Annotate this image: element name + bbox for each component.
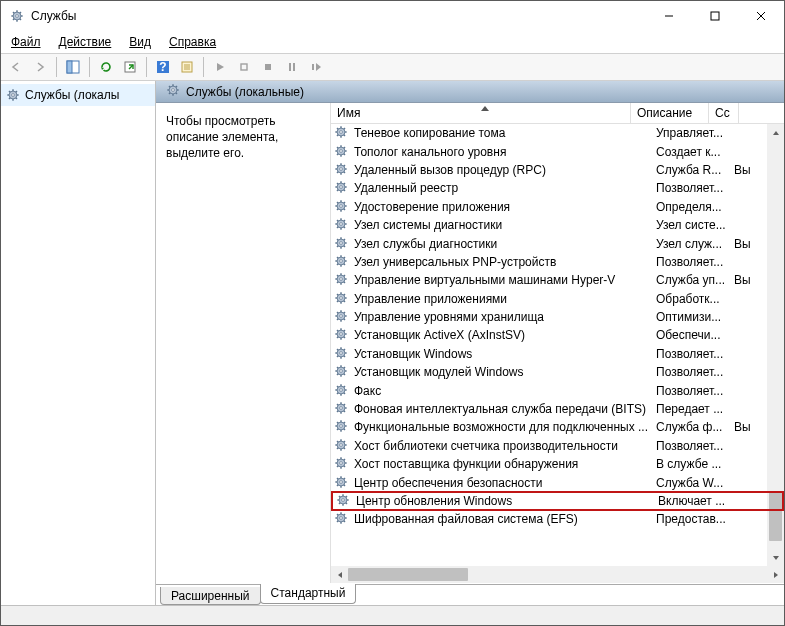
start-service-button[interactable]: [209, 56, 231, 78]
gear-icon: [334, 364, 350, 380]
window-title: Службы: [31, 9, 646, 23]
gear-icon: [334, 144, 350, 160]
gear-icon: [334, 236, 350, 252]
column-startup[interactable]: Сс: [709, 103, 739, 123]
window-frame: Службы Файл Действие Вид Справка ?: [0, 0, 785, 626]
menu-action[interactable]: Действие: [55, 33, 116, 51]
gear-icon: [334, 291, 350, 307]
service-description: Узел систе...: [650, 218, 728, 232]
stop-service-button[interactable]: [233, 56, 255, 78]
titlebar: Службы: [1, 1, 784, 31]
service-name: Установщик Windows: [354, 347, 650, 361]
service-description: Служба R...: [650, 163, 728, 177]
service-description: Обработк...: [650, 292, 728, 306]
menu-view[interactable]: Вид: [125, 33, 155, 51]
service-name: Управление уровнями хранилища: [354, 310, 650, 324]
right-pane: Службы (локальные) Чтобы просмотреть опи…: [156, 81, 784, 605]
service-row[interactable]: Фоновая интеллектуальная служба передачи…: [331, 400, 784, 418]
pause-service-button[interactable]: [281, 56, 303, 78]
service-description: Позволяет...: [650, 347, 728, 361]
service-row[interactable]: Центр обновления WindowsВключает ...: [331, 491, 784, 511]
service-row[interactable]: Хост библиотеки счетчика производительно…: [331, 437, 784, 455]
service-row[interactable]: Узел системы диагностикиУзел систе...: [331, 216, 784, 234]
service-row[interactable]: Теневое копирование томаУправляет...: [331, 124, 784, 142]
service-row[interactable]: Удаленный вызов процедур (RPC)Служба R..…: [331, 161, 784, 179]
service-row[interactable]: Установщик модулей WindowsПозволяет...: [331, 363, 784, 381]
service-startup: Вы: [728, 420, 758, 434]
app-icon: [9, 8, 25, 24]
svg-rect-24: [265, 64, 271, 70]
service-row[interactable]: ФаксПозволяет...: [331, 381, 784, 399]
service-description: Передает ...: [650, 402, 728, 416]
show-hide-tree-button[interactable]: [62, 56, 84, 78]
gear-icon: [334, 125, 350, 141]
column-description[interactable]: Описание: [631, 103, 709, 123]
service-row[interactable]: Узел службы диагностикиУзел служ...Вы: [331, 234, 784, 252]
service-row[interactable]: Центр обеспечения безопасностиСлужба W..…: [331, 473, 784, 491]
service-name: Шифрованная файловая система (EFS): [354, 512, 650, 526]
service-row[interactable]: Удостоверение приложенияОпределя...: [331, 198, 784, 216]
service-row[interactable]: Удаленный реестрПозволяет...: [331, 179, 784, 197]
service-description: Служба W...: [650, 476, 728, 490]
gear-icon: [334, 199, 350, 215]
service-description: Предостав...: [650, 512, 728, 526]
service-description: Позволяет...: [650, 365, 728, 379]
scroll-left-icon[interactable]: [331, 566, 348, 583]
service-description: Позволяет...: [650, 384, 728, 398]
scroll-up-icon[interactable]: [767, 124, 784, 141]
horizontal-scrollbar[interactable]: [331, 566, 784, 583]
service-row[interactable]: Шифрованная файловая система (EFS)Предос…: [331, 510, 784, 528]
service-row[interactable]: Тополог канального уровняСоздает к...: [331, 142, 784, 160]
sort-caret-icon: [481, 106, 489, 111]
panel-title-bar: Службы (локальные): [156, 81, 784, 103]
tree-root-services[interactable]: Службы (локалы: [1, 84, 155, 106]
back-button[interactable]: [5, 56, 27, 78]
svg-rect-27: [312, 64, 314, 70]
service-row[interactable]: Хост поставщика функции обнаруженияВ слу…: [331, 455, 784, 473]
column-name[interactable]: Имя: [331, 103, 631, 123]
gear-icon: [334, 401, 350, 417]
help-button[interactable]: ?: [152, 56, 174, 78]
service-row[interactable]: Управление уровнями хранилищаОптимизи...: [331, 308, 784, 326]
menubar: Файл Действие Вид Справка: [1, 31, 784, 53]
export-button[interactable]: [119, 56, 141, 78]
svg-rect-25: [289, 63, 291, 71]
scroll-thumb[interactable]: [348, 568, 468, 581]
service-row[interactable]: Функциональные возможности для подключен…: [331, 418, 784, 436]
main-area: Службы (локалы Службы (локальные) Чтобы …: [1, 81, 784, 605]
restart-service-button[interactable]: [305, 56, 327, 78]
menu-help[interactable]: Справка: [165, 33, 220, 51]
toolbar-sep: [89, 57, 90, 77]
service-name: Удостоверение приложения: [354, 200, 650, 214]
panel-title-text: Службы (локальные): [186, 85, 304, 99]
service-list: Имя Описание Сс Теневое копирование тома…: [331, 103, 784, 583]
menu-file[interactable]: Файл: [7, 33, 45, 51]
tab-extended[interactable]: Расширенный: [160, 587, 261, 605]
scroll-track[interactable]: [348, 566, 767, 583]
service-row[interactable]: Управление приложениямиОбработк...: [331, 290, 784, 308]
service-row[interactable]: Узел универсальных PNP-устройствПозволяе…: [331, 253, 784, 271]
service-description: Служба ф...: [650, 420, 728, 434]
scroll-track[interactable]: [767, 141, 784, 549]
tree-root-label: Службы (локалы: [25, 88, 119, 102]
forward-button[interactable]: [29, 56, 51, 78]
service-row[interactable]: Установщик WindowsПозволяет...: [331, 345, 784, 363]
scroll-down-icon[interactable]: [767, 549, 784, 566]
minimize-button[interactable]: [646, 1, 692, 31]
service-row[interactable]: Управление виртуальными машинами Hyper-V…: [331, 271, 784, 289]
service-row[interactable]: Установщик ActiveX (AxInstSV)Обеспечи...: [331, 326, 784, 344]
service-name: Центр обновления Windows: [356, 494, 652, 508]
list-body[interactable]: Теневое копирование томаУправляет...Топо…: [331, 124, 784, 566]
close-button[interactable]: [738, 1, 784, 31]
gear-icon: [334, 180, 350, 196]
gear-icon: [166, 83, 180, 100]
tab-standard[interactable]: Стандартный: [260, 584, 357, 604]
stop-service-button-2[interactable]: [257, 56, 279, 78]
toolbar-sep: [56, 57, 57, 77]
svg-rect-26: [293, 63, 295, 71]
properties-button[interactable]: [176, 56, 198, 78]
scroll-right-icon[interactable]: [767, 566, 784, 583]
maximize-button[interactable]: [692, 1, 738, 31]
refresh-button[interactable]: [95, 56, 117, 78]
tabs: Расширенный Стандартный: [156, 583, 784, 605]
